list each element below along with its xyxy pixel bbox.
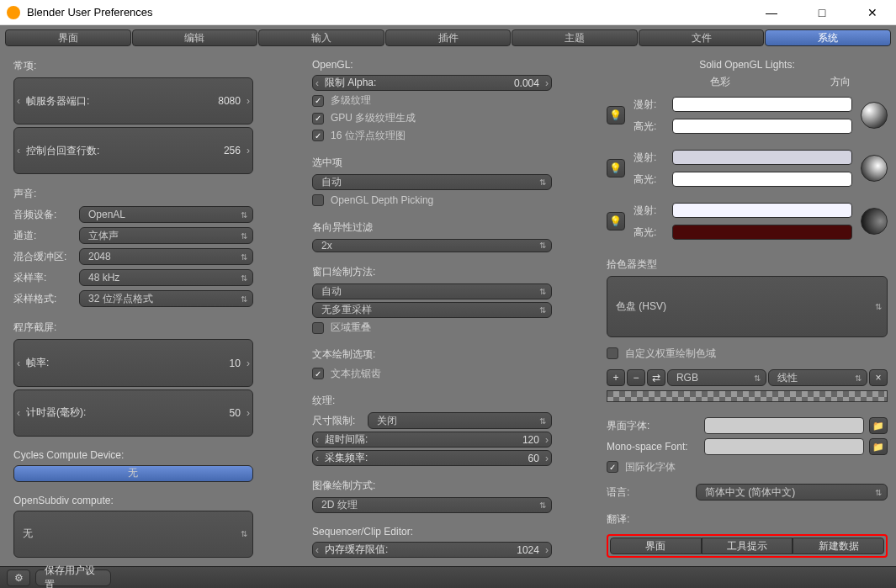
minimize-button[interactable]: — — [755, 4, 788, 21]
mono-font-path[interactable] — [704, 438, 864, 455]
window-draw-method[interactable]: 自动 — [312, 283, 552, 299]
panel: 常项: 帧服务器端口:8080 控制台回查行数:256 声音: 音频设备:Ope… — [0, 49, 896, 564]
hdr-selection: 选中项 — [312, 152, 552, 172]
chk-custom-weight[interactable] — [607, 347, 618, 359]
hdr-opensubdiv: OpenSubdiv compute: — [13, 491, 253, 508]
tabs: 界面 编辑 输入 插件 主题 文件 系统 — [0, 25, 896, 46]
titlebar: Blender User Preferences — □ ✕ — [0, 0, 896, 25]
editor-type-menu[interactable]: ⚙ — [7, 569, 30, 586]
hdr-translate: 翻译: — [607, 509, 888, 528]
ramp-delete[interactable]: × — [869, 369, 888, 386]
col-right: Solid OpenGL Lights: 色彩方向 漫射: 高光: 漫射: 高光… — [607, 56, 888, 558]
hdr-sequencer: Sequencer/Clip Editor: — [312, 522, 552, 539]
hdr-text-draw: 文本绘制选项: — [312, 344, 552, 363]
anisotropic[interactable]: 2x — [312, 239, 552, 252]
chk-region-overlap[interactable] — [312, 322, 324, 334]
light-3-toggle[interactable] — [607, 212, 625, 230]
mono-font-browse[interactable]: 📁 — [869, 438, 888, 455]
hdr-aniso: 各向异性过滤 — [312, 217, 552, 236]
hdr-cycles: Cycles Compute Device: — [13, 446, 253, 463]
light-1-diffuse[interactable] — [672, 97, 852, 112]
save-user-settings[interactable]: 保存用户设置 — [35, 569, 111, 586]
ramp-mode[interactable]: RGB — [667, 369, 766, 386]
light-2-diffuse[interactable] — [672, 150, 852, 165]
chk-mipmap[interactable] — [312, 95, 324, 107]
ramp-remove[interactable]: − — [627, 369, 645, 386]
sample-format[interactable]: 32 位浮点格式 — [79, 290, 253, 307]
tex-timeout[interactable]: 超时间隔:120 — [312, 432, 552, 448]
translate-newdata[interactable]: 新建数据 — [793, 538, 884, 554]
audio-device[interactable]: OpenAL — [79, 206, 253, 223]
limit-alpha[interactable]: 限制 Alpha:0.004 — [312, 75, 552, 91]
tex-size-limit[interactable]: 关闭 — [368, 412, 552, 429]
hdr-general: 常项: — [13, 56, 253, 75]
ui-font-path[interactable] — [704, 417, 864, 434]
tab-addons[interactable]: 插件 — [385, 29, 512, 46]
ramp-add[interactable]: + — [607, 369, 625, 386]
tab-system[interactable]: 系统 — [765, 29, 891, 46]
chk-depth-picking[interactable] — [312, 194, 324, 206]
selection-method[interactable]: 自动 — [312, 174, 552, 190]
translate-tooltips[interactable]: 工具提示 — [702, 538, 793, 554]
window-title: Blender User Preferences — [27, 6, 153, 19]
console-scrollback[interactable]: 控制台回查行数:256 — [13, 127, 253, 174]
light-1-toggle[interactable] — [607, 106, 625, 124]
screencast-fps[interactable]: 帧率:10 — [13, 339, 253, 386]
chk-text-aa[interactable] — [312, 368, 324, 379]
wrench-icon: ⚙ — [14, 572, 24, 584]
color-ramp[interactable] — [607, 390, 888, 402]
tab-file[interactable]: 文件 — [639, 29, 765, 46]
ramp-interp[interactable]: 线性 — [768, 369, 867, 386]
hdr-picker: 拾色器类型 — [607, 254, 888, 273]
translate-interface[interactable]: 界面 — [610, 538, 702, 554]
cycles-device[interactable]: 无 — [13, 465, 253, 482]
language[interactable]: 简体中文 (简体中文) — [696, 484, 888, 501]
ramp-flip[interactable]: ⇄ — [647, 369, 665, 386]
chk-intl-fonts[interactable] — [607, 461, 618, 473]
audio-channels[interactable]: 立体声 — [79, 227, 253, 244]
hdr-screencast: 程序截屏: — [13, 317, 253, 336]
hdr-lights: Solid OpenGL Lights: — [607, 56, 888, 72]
light-3-specular[interactable] — [672, 225, 852, 240]
frame-server-port[interactable]: 帧服务器端口:8080 — [13, 77, 253, 124]
tab-interface[interactable]: 界面 — [5, 29, 131, 46]
close-button[interactable]: ✕ — [856, 4, 889, 21]
light-3-direction[interactable] — [861, 208, 888, 235]
hdr-textures: 纹理: — [312, 390, 552, 410]
screencast-wait[interactable]: 计时器(毫秒):50 — [13, 389, 253, 437]
memory-cache-limit[interactable]: 内存缓存限值:1024 — [312, 542, 552, 558]
light-2-specular[interactable] — [672, 172, 852, 187]
chk-float16[interactable] — [312, 130, 324, 141]
maximize-button[interactable]: □ — [805, 4, 839, 21]
light-2-direction[interactable] — [861, 155, 888, 182]
tab-themes[interactable]: 主题 — [512, 29, 638, 46]
image-draw-method[interactable]: 2D 纹理 — [312, 497, 552, 513]
col-left: 常项: 帧服务器端口:8080 控制台回查行数:256 声音: 音频设备:Ope… — [13, 56, 253, 558]
hdr-opengl: OpenGL: — [312, 56, 552, 72]
bottom-bar: ⚙ 保存用户设置 — [0, 566, 896, 588]
color-picker-type[interactable]: 色盘 (HSV) — [607, 276, 888, 337]
mix-buffer[interactable]: 2048 — [79, 248, 253, 265]
light-1-direction[interactable] — [861, 102, 888, 129]
hdr-sound: 声音: — [13, 183, 253, 203]
tab-editing[interactable]: 编辑 — [132, 29, 258, 46]
col-center: OpenGL: 限制 Alpha:0.004 多级纹理 GPU 多级纹理生成 1… — [312, 56, 552, 558]
multisample[interactable]: 无多重采样 — [312, 302, 552, 318]
blender-icon — [7, 6, 20, 19]
ui-font-browse[interactable]: 📁 — [869, 417, 888, 434]
opensubdiv-compute[interactable]: 无 — [13, 511, 253, 558]
content: 界面 编辑 输入 插件 主题 文件 系统 常项: 帧服务器端口:8080 控制台… — [0, 25, 896, 588]
sample-rate[interactable]: 48 kHz — [79, 269, 253, 286]
chk-gpu-mipmap[interactable] — [312, 113, 324, 124]
light-2-toggle[interactable] — [607, 159, 625, 177]
tab-input[interactable]: 输入 — [258, 29, 384, 46]
light-3-diffuse[interactable] — [672, 203, 852, 218]
translate-buttons: 界面 工具提示 新建数据 — [607, 534, 888, 558]
hdr-window-draw: 窗口绘制方法: — [312, 262, 552, 281]
light-1-specular[interactable] — [672, 119, 852, 134]
tex-collect[interactable]: 采集频率:60 — [312, 450, 552, 466]
hdr-image-draw: 图像绘制方式: — [312, 475, 552, 495]
